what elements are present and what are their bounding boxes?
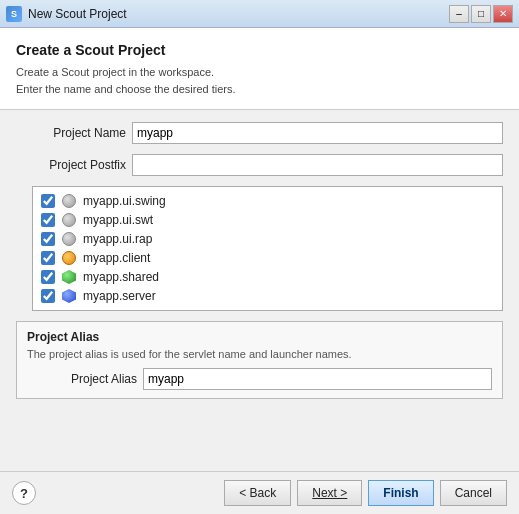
header-desc2: Enter the name and choose the desired ti…: [16, 81, 503, 98]
module-server-icon: [61, 288, 77, 304]
module-swing-icon: [61, 193, 77, 209]
module-swing-checkbox[interactable]: [41, 194, 55, 208]
module-shared-icon: [61, 269, 77, 285]
title-bar: S New Scout Project – □ ✕: [0, 0, 519, 28]
module-client-icon: [61, 250, 77, 266]
module-swt-checkbox[interactable]: [41, 213, 55, 227]
modules-box: myapp.ui.swing myapp.ui.swt myapp.ui.rap…: [32, 186, 503, 311]
module-shared-label: myapp.shared: [83, 270, 159, 284]
list-item: myapp.ui.rap: [41, 231, 494, 247]
close-button[interactable]: ✕: [493, 5, 513, 23]
finish-button[interactable]: Finish: [368, 480, 433, 506]
cancel-button[interactable]: Cancel: [440, 480, 507, 506]
module-swt-icon: [61, 212, 77, 228]
minimize-button[interactable]: –: [449, 5, 469, 23]
module-server-checkbox[interactable]: [41, 289, 55, 303]
project-postfix-label: Project Postfix: [16, 158, 126, 172]
alias-section: Project Alias The project alias is used …: [16, 321, 503, 399]
list-item: myapp.ui.swing: [41, 193, 494, 209]
alias-row: Project Alias: [27, 368, 492, 390]
module-rap-label: myapp.ui.rap: [83, 232, 152, 246]
module-shared-checkbox[interactable]: [41, 270, 55, 284]
list-item: myapp.shared: [41, 269, 494, 285]
module-swing-label: myapp.ui.swing: [83, 194, 166, 208]
alias-section-title: Project Alias: [27, 330, 492, 344]
project-name-label: Project Name: [16, 126, 126, 140]
module-rap-icon: [61, 231, 77, 247]
footer-section: ? < Back Next > Finish Cancel: [0, 471, 519, 514]
dialog-icon: S: [6, 6, 22, 22]
project-name-input[interactable]: [132, 122, 503, 144]
page-title: Create a Scout Project: [16, 42, 503, 58]
project-postfix-row: Project Postfix: [16, 154, 503, 176]
maximize-button[interactable]: □: [471, 5, 491, 23]
content-section: Project Name Project Postfix myapp.ui.sw…: [0, 110, 519, 471]
help-button[interactable]: ?: [12, 481, 36, 505]
module-swt-label: myapp.ui.swt: [83, 213, 153, 227]
dialog-body: Create a Scout Project Create a Scout pr…: [0, 28, 519, 514]
next-button[interactable]: Next >: [297, 480, 362, 506]
list-item: myapp.ui.swt: [41, 212, 494, 228]
dialog-title: New Scout Project: [28, 7, 443, 21]
alias-desc: The project alias is used for the servle…: [27, 348, 492, 360]
module-client-label: myapp.client: [83, 251, 150, 265]
module-client-checkbox[interactable]: [41, 251, 55, 265]
list-item: myapp.server: [41, 288, 494, 304]
alias-label: Project Alias: [27, 372, 137, 386]
list-item: myapp.client: [41, 250, 494, 266]
window-controls: – □ ✕: [449, 5, 513, 23]
back-button[interactable]: < Back: [224, 480, 291, 506]
project-postfix-input[interactable]: [132, 154, 503, 176]
module-server-label: myapp.server: [83, 289, 156, 303]
header-section: Create a Scout Project Create a Scout pr…: [0, 28, 519, 110]
alias-input[interactable]: [143, 368, 492, 390]
project-name-row: Project Name: [16, 122, 503, 144]
header-desc1: Create a Scout project in the workspace.: [16, 64, 503, 81]
module-rap-checkbox[interactable]: [41, 232, 55, 246]
